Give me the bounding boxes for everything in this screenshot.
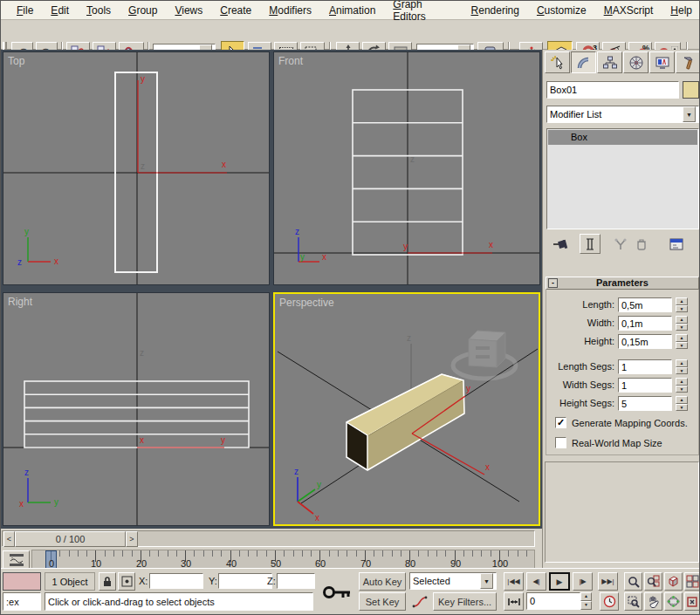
rollout-empty-area (545, 461, 699, 563)
width-segs-spinner[interactable]: ▲▼ (676, 378, 688, 393)
make-unique-button[interactable] (611, 235, 630, 253)
stack-item-box[interactable]: Box (548, 130, 697, 145)
length-label: Length: (543, 299, 614, 310)
go-to-start-button[interactable]: |◀◀ (504, 572, 524, 591)
viewport-right[interactable]: Right x y z z y (3, 292, 270, 526)
z-coordinate-field[interactable] (277, 573, 315, 589)
modifier-stack[interactable]: Box (546, 128, 699, 229)
menu-file[interactable]: File (8, 2, 42, 19)
set-keys-button[interactable] (318, 573, 355, 611)
viewport-top-label[interactable]: Top (8, 55, 24, 67)
generate-mapping-coords-checkbox[interactable]: ✓ (555, 417, 566, 428)
viewport-top[interactable]: Top y x z y x z (3, 51, 270, 285)
macro-recorder-pane[interactable] (3, 572, 41, 591)
next-frame-button[interactable]: |▶ (573, 572, 593, 591)
menu-animation[interactable]: Animation (320, 2, 384, 19)
pin-stack-button[interactable] (550, 235, 571, 253)
height-field[interactable] (618, 334, 672, 349)
key-filter-scope-dropdown[interactable]: Selected ▼ (409, 572, 497, 590)
tab-motion[interactable] (623, 51, 649, 73)
svg-text:x: x (54, 256, 58, 266)
viewport-perspective[interactable]: Perspective z (273, 292, 540, 526)
next-frame-arrow[interactable]: > (126, 531, 138, 547)
key-filters-button[interactable]: Key Filters... (433, 592, 497, 611)
parameters-rollout-header[interactable]: - Parameters (546, 277, 699, 290)
absolute-offset-toggle[interactable] (118, 572, 135, 591)
time-configuration-button[interactable] (600, 592, 619, 611)
show-end-result-button[interactable] (580, 234, 600, 254)
viewport-perspective-label[interactable]: Perspective (279, 297, 334, 309)
menu-rendering[interactable]: Rendering (463, 2, 528, 19)
chevron-down-icon[interactable]: ▼ (480, 573, 493, 589)
selection-lock-button[interactable] (99, 572, 116, 591)
object-color-swatch[interactable] (683, 81, 699, 99)
auto-key-button[interactable]: Auto Key (359, 572, 406, 591)
configure-modifier-sets-button[interactable] (665, 235, 688, 253)
menu-customize[interactable]: Customize (528, 2, 595, 19)
mini-curve-editor-icon (8, 553, 25, 567)
height-segs-row: Height Segs: ▲▼ (543, 396, 700, 412)
box-object[interactable] (347, 374, 464, 470)
display-tab-icon (655, 55, 670, 71)
tab-create[interactable] (545, 51, 570, 73)
arc-rotate-button[interactable] (664, 592, 683, 611)
menu-edit[interactable]: Edit (42, 2, 78, 19)
menu-modifiers[interactable]: Modifiers (260, 2, 320, 19)
menu-create[interactable]: Create (211, 2, 260, 19)
x-coordinate-field[interactable] (149, 573, 203, 589)
tab-display[interactable] (649, 51, 675, 73)
set-key-button[interactable]: Set Key (359, 592, 406, 611)
current-frame-field[interactable] (526, 592, 580, 610)
chevron-down-icon[interactable]: ▼ (683, 106, 696, 122)
viewport-right-label[interactable]: Right (8, 296, 32, 308)
width-spinner[interactable]: ▲▼ (676, 316, 688, 331)
viewport-front-label[interactable]: Front (278, 55, 303, 67)
menu-tools[interactable]: Tools (78, 2, 120, 19)
maximize-viewport-toggle[interactable] (684, 592, 700, 611)
time-slider-handle[interactable]: 0 / 100 (15, 531, 126, 547)
menu-help[interactable]: Help (662, 2, 700, 19)
zoom-all-button[interactable] (644, 572, 662, 591)
time-slider[interactable]: < 0 / 100 > (1, 529, 537, 550)
play-button[interactable]: ▶ (549, 572, 570, 591)
y-coordinate-field[interactable] (218, 573, 272, 589)
maxscript-listener-pane[interactable]: :ex (3, 592, 41, 611)
go-to-end-button[interactable]: ▶▶| (598, 572, 618, 591)
motion-tab-icon (628, 55, 644, 71)
rollout-collapse-button[interactable]: - (548, 278, 558, 288)
modifier-list-dropdown[interactable]: Modifier List ▼ (546, 106, 699, 123)
zoom-extents-button[interactable] (664, 572, 683, 591)
default-tangent-button[interactable] (409, 592, 430, 611)
viewport-front[interactable]: Front y x z z y (273, 51, 540, 285)
key-mode-toggle[interactable] (504, 592, 524, 611)
width-segs-field[interactable] (618, 378, 672, 393)
tab-modify[interactable] (571, 51, 596, 73)
previous-frame-arrow[interactable]: < (3, 531, 15, 547)
open-mini-curve-editor-button[interactable] (3, 550, 30, 570)
zoom-extents-all-button[interactable] (684, 572, 700, 591)
length-field[interactable] (618, 297, 672, 312)
length-segs-field[interactable] (618, 359, 672, 374)
remove-modifier-button[interactable] (632, 235, 651, 253)
height-spinner[interactable]: ▲▼ (676, 334, 688, 349)
frame-spinner[interactable]: ▲▼ (580, 592, 592, 610)
tab-hierarchy[interactable] (597, 51, 622, 73)
real-world-map-size-checkbox[interactable] (555, 437, 566, 448)
pan-view-button[interactable] (644, 592, 662, 611)
width-field[interactable] (618, 316, 672, 331)
height-segs-spinner[interactable]: ▲▼ (676, 396, 688, 411)
previous-frame-button[interactable]: ◀| (526, 572, 546, 591)
menu-views[interactable]: Views (166, 2, 211, 19)
zoom-button[interactable] (624, 572, 642, 591)
length-segs-spinner[interactable]: ▲▼ (676, 359, 688, 374)
menu-maxscript[interactable]: MAXScript (595, 2, 662, 19)
svg-text:x: x (485, 462, 490, 472)
menu-group[interactable]: Group (120, 2, 166, 19)
length-spinner[interactable]: ▲▼ (676, 297, 688, 312)
command-panel: Modifier List ▼ Box - P (542, 50, 700, 568)
region-zoom-button[interactable] (624, 592, 642, 611)
key-mode-icon (508, 598, 520, 606)
tab-utilities[interactable] (676, 51, 700, 73)
object-name-field[interactable] (546, 81, 679, 99)
height-segs-field[interactable] (618, 396, 672, 411)
